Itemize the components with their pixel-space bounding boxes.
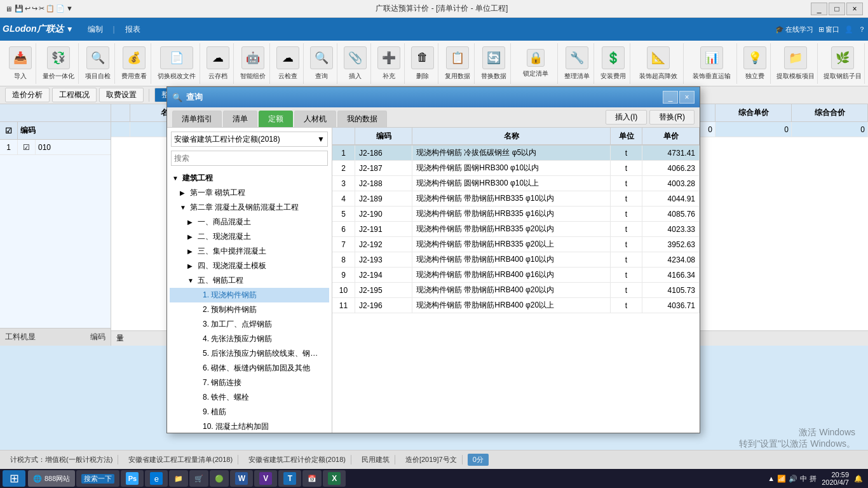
- quantprice-button[interactable]: 💱: [47, 46, 70, 69]
- dialog-table-row[interactable]: 5 J2-190 现浇构件钢筋 带肋钢筋HRB335 φ16以内 t 4085.…: [332, 207, 700, 222]
- reuse-button[interactable]: 📋: [446, 46, 469, 69]
- dialog-table-row[interactable]: 7 J2-192 现浇构件钢筋 带肋钢筋HRB335 φ20以上 t 3952.…: [332, 237, 700, 252]
- taskbar-item-excel[interactable]: X: [323, 470, 346, 487]
- cloud-save-button[interactable]: ☁: [207, 46, 229, 69]
- window-controls[interactable]: _ □ ×: [811, 3, 863, 15]
- extract-template-button[interactable]: 📁: [784, 46, 807, 69]
- import-button[interactable]: 📥: [9, 46, 32, 69]
- tab-list[interactable]: 清单: [223, 111, 257, 127]
- policy-file[interactable]: 造价[2019]7号文: [400, 455, 463, 464]
- tree-node-masonry-rebar[interactable]: 6. 砌体、板缝内钢筋加固及其他: [170, 361, 329, 376]
- fee-button[interactable]: 💰: [123, 46, 146, 69]
- clock[interactable]: 20:59 2020/4/7: [822, 471, 849, 486]
- dialog-table-row[interactable]: 2 J2-187 现浇构件钢筋 圆钢HRB300 φ10以内 t 4066.23: [332, 161, 700, 176]
- maximize-button[interactable]: □: [829, 3, 845, 15]
- delete-button[interactable]: 🗑: [411, 46, 434, 69]
- logo-dropdown[interactable]: ▼: [66, 25, 74, 34]
- taskbar-item-store[interactable]: 🛒: [189, 470, 208, 487]
- tray-arrow[interactable]: ▲: [768, 475, 775, 482]
- insert-button[interactable]: 📎: [344, 46, 367, 69]
- search-box[interactable]: [171, 151, 328, 166]
- quota-list[interactable]: 安徽省建设工程工程量清单(2018): [123, 455, 238, 464]
- check-button[interactable]: 🔍: [86, 46, 109, 69]
- search-btn[interactable]: 搜索一下: [81, 474, 114, 484]
- decor-vert-button[interactable]: 📊: [700, 46, 723, 69]
- tab-quota[interactable]: 定额: [259, 111, 293, 127]
- tree-node-building[interactable]: ▼建筑工程: [170, 171, 329, 186]
- project-overview-tab[interactable]: 工程概况: [52, 88, 97, 102]
- tree-node-factory-rebar[interactable]: 3. 加工厂、点焊钢筋: [170, 317, 329, 332]
- install-fee-button[interactable]: 💲: [602, 46, 625, 69]
- lock-button[interactable]: 🔒: [527, 49, 545, 67]
- tree-node-prestress1[interactable]: 4. 先张法预应力钢筋: [170, 332, 329, 346]
- tab-mydata[interactable]: 我的数据: [337, 111, 387, 127]
- taskbar-item-t[interactable]: T: [278, 470, 301, 487]
- pinyin-input[interactable]: 拼: [810, 474, 817, 484]
- search-input[interactable]: [174, 154, 325, 163]
- dialog-table-row[interactable]: 1 J2-186 现浇构件钢筋 冷拔低碳钢丝 φ5以内 t 4731.41: [332, 146, 700, 161]
- replace-button[interactable]: 🔄: [482, 46, 505, 69]
- ai-button[interactable]: 🤖: [241, 46, 264, 69]
- dialog-table-row[interactable]: 4 J2-189 现浇构件钢筋 带肋钢筋HRB335 φ10以内 t 4044.…: [332, 191, 700, 207]
- menu-edit[interactable]: 编制: [81, 22, 109, 37]
- tree-node-prefab-rebar[interactable]: 2. 预制构件钢筋: [170, 302, 329, 317]
- tree-node-cast[interactable]: ▶二、现浇混凝土: [170, 229, 329, 244]
- dialog-table-row[interactable]: 10 J2-195 现浇构件钢筋 带肋钢筋HRB400 φ20以内 t 4105…: [332, 283, 700, 298]
- notification-icon[interactable]: 🔔: [854, 475, 863, 483]
- cloud-check-button[interactable]: ☁: [276, 46, 299, 69]
- tab-list-guide[interactable]: 清单指引: [172, 111, 222, 127]
- tree-node-concrete[interactable]: ▼第二章 混凝土及钢筋混凝土工程: [170, 200, 329, 215]
- dialog-table-row[interactable]: 3 J2-188 现浇构件钢筋 圆钢HRB300 φ10以上 t 4003.28: [332, 176, 700, 191]
- taskbar-item-folder[interactable]: 📁: [169, 470, 188, 487]
- extract-rebar-button[interactable]: 🌿: [831, 46, 854, 69]
- chinese-input[interactable]: 中: [800, 474, 807, 484]
- taskbar-item-browser[interactable]: 🌐 888网站: [28, 470, 75, 487]
- help-menu[interactable]: ？: [858, 25, 865, 34]
- fee-setting-tab[interactable]: 取费设置: [99, 88, 144, 102]
- quota-price[interactable]: 安徽省建筑工程计价定额(2018): [243, 455, 351, 464]
- dialog-table-row[interactable]: 11 J2-196 现浇构件钢筋 带肋钢筋HRB400 φ20以上 t 4036…: [332, 298, 700, 313]
- close-button[interactable]: ×: [846, 3, 863, 15]
- tree-node-ironware[interactable]: 8. 铁件、螺栓: [170, 390, 329, 405]
- taskbar-item-search[interactable]: 搜索一下: [76, 470, 119, 487]
- taskbar-item-green[interactable]: 🟢: [210, 470, 229, 487]
- tree-node-plant[interactable]: 9. 植筋: [170, 405, 329, 419]
- organize-button[interactable]: 🔧: [566, 46, 588, 69]
- supplement-button[interactable]: ➕: [377, 46, 400, 69]
- indep-fee-button[interactable]: 💡: [743, 46, 766, 69]
- minimize-button[interactable]: _: [811, 3, 827, 15]
- tree-node-formwork[interactable]: ▶四、现浇混凝土模板: [170, 259, 329, 273]
- tree-node-central[interactable]: ▶三、集中搅拌混凝土: [170, 244, 329, 259]
- start-button[interactable]: ⊞: [3, 470, 25, 487]
- tax-button[interactable]: 📄: [160, 46, 193, 69]
- tree-node-masonry[interactable]: ▶第一章 砌筑工程: [170, 186, 329, 200]
- decor-high-button[interactable]: 📐: [647, 46, 670, 69]
- dialog-controls[interactable]: _ ×: [663, 91, 695, 104]
- dialog-table-row[interactable]: 6 J2-191 现浇构件钢筋 带肋钢筋HRB335 φ20以内 t 4023.…: [332, 222, 700, 237]
- taskbar-item-edge[interactable]: e: [145, 470, 168, 487]
- tree-node-castmember-rebar[interactable]: 1. 现浇构件钢筋: [170, 288, 329, 302]
- tree-node-rebar[interactable]: ▼五、钢筋工程: [170, 273, 329, 288]
- taskbar-item-ps[interactable]: Ps: [121, 470, 144, 487]
- dialog-table-row[interactable]: 8 J2-193 现浇构件钢筋 带肋钢筋HRB400 φ10以内 t 4234.…: [332, 252, 700, 268]
- dialog-close[interactable]: ×: [679, 91, 695, 104]
- tree-node-connect[interactable]: 7. 钢筋连接: [170, 376, 329, 390]
- insert-dialog-btn[interactable]: 插入(I): [606, 110, 647, 125]
- search-toolbar-button[interactable]: 🔍: [310, 46, 333, 69]
- taskbar-item-cal[interactable]: 📅: [302, 470, 322, 487]
- dialog-table-row[interactable]: 9 J2-194 现浇构件钢筋 带肋钢筋HRB400 φ16以内 t 4166.…: [332, 268, 700, 283]
- dialog-minimize[interactable]: _: [663, 91, 678, 104]
- row-checkbox[interactable]: ☑: [18, 140, 36, 154]
- building-type[interactable]: 民用建筑: [356, 455, 395, 464]
- online-learning[interactable]: 🎓 在线学习: [775, 25, 813, 34]
- replace-dialog-btn[interactable]: 替换(R): [649, 110, 695, 125]
- menu-report[interactable]: 报表: [119, 22, 147, 37]
- cost-analysis-tab[interactable]: 造价分析: [5, 88, 50, 102]
- windows-menu[interactable]: ⊞ 窗口: [818, 25, 839, 34]
- tree-node-prestress2[interactable]: 5. 后张法预应力钢筋绞线束、钢…: [170, 346, 329, 361]
- taskbar-item-word[interactable]: W: [230, 470, 253, 487]
- region-dropdown[interactable]: 安徽省建筑工程计价定额(2018) ▼: [171, 132, 328, 147]
- tree-node-reinforce[interactable]: 10. 混凝土结构加固: [170, 419, 329, 433]
- tree-node-commercial[interactable]: ▶一、商品混凝土: [170, 215, 329, 229]
- tab-labor[interactable]: 人材机: [294, 111, 336, 127]
